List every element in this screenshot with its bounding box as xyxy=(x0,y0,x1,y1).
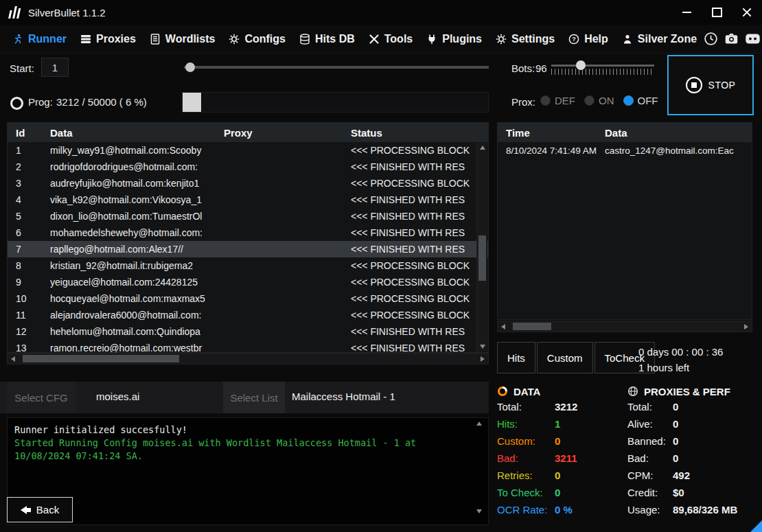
stat-value: 0 xyxy=(673,418,678,430)
scroll-left-button[interactable] xyxy=(498,321,509,332)
silver-zone-icon xyxy=(622,34,633,45)
start-slider-track[interactable] xyxy=(184,66,489,69)
hits-table-hscrollbar[interactable] xyxy=(497,321,752,332)
selected-config-value: moises.ai xyxy=(96,391,139,402)
stat-bad: Bad:3211 xyxy=(497,450,625,467)
nav-silver-zone[interactable]: Silver Zone xyxy=(615,25,704,53)
history-button[interactable] xyxy=(704,32,718,46)
table-row[interactable]: 1milky_way91@hotmail.com:Scooby<<< PROCE… xyxy=(8,142,488,159)
stat-ocr-rate: OCR Rate:0 % xyxy=(497,501,625,518)
runner-controls: Start: 1 Bots: 96 STOP Prog: 3212 / 5000… xyxy=(0,54,762,122)
cell-status: <<< PROCESSING BLOCK xyxy=(351,310,488,321)
nav-wordlists[interactable]: Wordlists xyxy=(143,25,222,53)
nav-help[interactable]: ? Help xyxy=(562,25,615,53)
history-icon xyxy=(704,32,718,46)
cell-data: dixon_lio@hotmail.com:TumaestrOl xyxy=(50,211,224,222)
cell-id: 4 xyxy=(8,194,50,205)
close-button[interactable] xyxy=(732,0,762,25)
tab-hits[interactable]: Hits xyxy=(497,342,535,373)
cell-status: <<< PROCESSING BLOCK xyxy=(351,293,488,304)
stat-value: $0 xyxy=(673,487,684,498)
stat-label: CPM: xyxy=(627,470,673,481)
table-row[interactable]: 12hehelomu@hotmail.com:Quindiopa<<< FINI… xyxy=(8,323,488,340)
down-arrow-icon xyxy=(480,345,485,349)
cell-data: ramon.recreio@hotmail.com:westbr xyxy=(50,343,224,353)
stat-usage: Usage:89,68/326 MB xyxy=(627,501,759,518)
cell-status: <<< PROCESSING BLOCK xyxy=(351,260,488,271)
table-row[interactable]: 3audreyfujiko@hotmail.com:kenjito1<<< PR… xyxy=(8,175,488,192)
screenshot-button[interactable] xyxy=(724,32,739,46)
hscroll-thumb[interactable] xyxy=(513,323,551,330)
select-list-button[interactable]: Select List xyxy=(223,382,285,413)
stat-label: Banned: xyxy=(627,435,673,447)
start-slider[interactable] xyxy=(184,62,489,73)
table-row[interactable]: 10hocqueyael@hotmail.com:maxmax5<<< PROC… xyxy=(8,290,488,307)
nav-runner[interactable]: Runner xyxy=(5,25,73,53)
scroll-up-button[interactable] xyxy=(477,143,487,152)
table-row[interactable]: 13ramon.recreio@hotmail.com:westbr<<< FI… xyxy=(8,340,488,353)
stat-label: Alive: xyxy=(627,418,673,430)
resize-grip[interactable] xyxy=(750,520,762,532)
start-input[interactable]: 1 xyxy=(41,58,69,77)
table-row[interactable]: 6mohamedelshewehy@hotmail.com:<<< FINISH… xyxy=(8,224,488,241)
bots-slider-track[interactable] xyxy=(551,65,654,67)
stat-value: 3211 xyxy=(555,452,577,464)
hits-table-header: Time Data xyxy=(498,123,752,142)
nav-proxies[interactable]: Proxies xyxy=(73,25,143,53)
bots-slider-thumb[interactable] xyxy=(576,60,586,70)
nav-hits-db[interactable]: Hits DB xyxy=(292,25,362,53)
table-row[interactable]: 11alejandrovalera6000@hotmail.com:<<< PR… xyxy=(8,307,488,323)
back-arrow-icon xyxy=(21,506,31,514)
bots-value: 96 xyxy=(535,62,547,74)
log-scroll-down-icon[interactable] xyxy=(476,509,482,513)
back-button[interactable]: Back xyxy=(7,497,73,522)
proxy-mode-label: Prox: xyxy=(511,96,535,108)
nav-settings[interactable]: Settings xyxy=(489,25,562,53)
up-arrow-icon xyxy=(480,146,485,150)
table-row[interactable]: 5dixon_lio@hotmail.com:TumaestrOl<<< FIN… xyxy=(8,208,488,224)
proxy-mode-def-radio[interactable]: DEF xyxy=(540,95,575,106)
nav-plugins[interactable]: Plugins xyxy=(419,25,489,53)
scroll-down-button[interactable] xyxy=(477,342,487,351)
start-slider-thumb[interactable] xyxy=(185,62,195,72)
stat-value: 0 xyxy=(555,487,560,498)
nav-label: Help xyxy=(584,33,608,45)
tab-custom[interactable]: Custom xyxy=(537,342,593,373)
log-scroll-up-icon[interactable] xyxy=(476,421,482,426)
nav-label: Hits DB xyxy=(315,33,355,45)
data-icon xyxy=(497,386,508,397)
bots-slider[interactable] xyxy=(551,60,654,78)
vscroll-thumb[interactable] xyxy=(478,235,486,281)
proxy-mode-on-radio[interactable]: ON xyxy=(584,95,614,106)
proxy-mode-off-radio[interactable]: OFF xyxy=(623,95,658,106)
table-row-selected[interactable]: 7rapllego@hotmail.com:Alex17//<<< FINISH… xyxy=(8,241,488,257)
proxy-mode-group: DEF ON OFF xyxy=(540,95,658,106)
scroll-right-button[interactable] xyxy=(477,354,488,364)
stop-button[interactable]: STOP xyxy=(667,55,754,115)
app-title: SilverBullet 1.1.2 xyxy=(28,7,106,19)
nav-label: Plugins xyxy=(442,33,482,45)
table-row[interactable]: 2rodrigofdorodrigues@hotmail.com:<<< FIN… xyxy=(8,159,488,175)
hit-row[interactable]: 8/10/2024 7:41:49 AM castro_1247@hotmail… xyxy=(498,142,752,156)
scroll-left-button[interactable] xyxy=(8,354,19,364)
scroll-right-button[interactable] xyxy=(741,321,752,332)
nav-configs[interactable]: Configs xyxy=(222,25,292,53)
hscroll-thumb[interactable] xyxy=(23,355,179,362)
stat-label: To Check: xyxy=(497,487,555,498)
select-cfg-button[interactable]: Select CFG xyxy=(7,382,76,413)
bots-table-hscrollbar[interactable] xyxy=(7,353,489,365)
minimize-button[interactable] xyxy=(671,0,702,25)
cell-data: rapllego@hotmail.com:Alex17// xyxy=(50,244,224,255)
close-icon xyxy=(742,8,752,17)
table-row[interactable]: 4vika_k92@hotmail.com:Vikoosya_1<<< FINI… xyxy=(8,192,488,208)
discord-button[interactable] xyxy=(745,31,761,47)
maximize-button[interactable] xyxy=(702,0,732,25)
proxies-perf-stats: PROXIES & PERF Total:0 Alive:0 Banned:0 … xyxy=(627,384,759,518)
stat-retries: Retries:0 xyxy=(497,467,625,484)
table-row[interactable]: 8kristian_92@hotmail.it:rubigema2<<< PRO… xyxy=(8,257,488,274)
nav-label: Configs xyxy=(244,33,286,45)
nav-tools[interactable]: Tools xyxy=(362,25,419,53)
table-row[interactable]: 9yeiguacel@hotmail.com:24428125<<< PROCE… xyxy=(8,274,488,290)
bots-table-vscrollbar[interactable] xyxy=(476,143,487,351)
nav-label: Wordlists xyxy=(165,33,216,45)
